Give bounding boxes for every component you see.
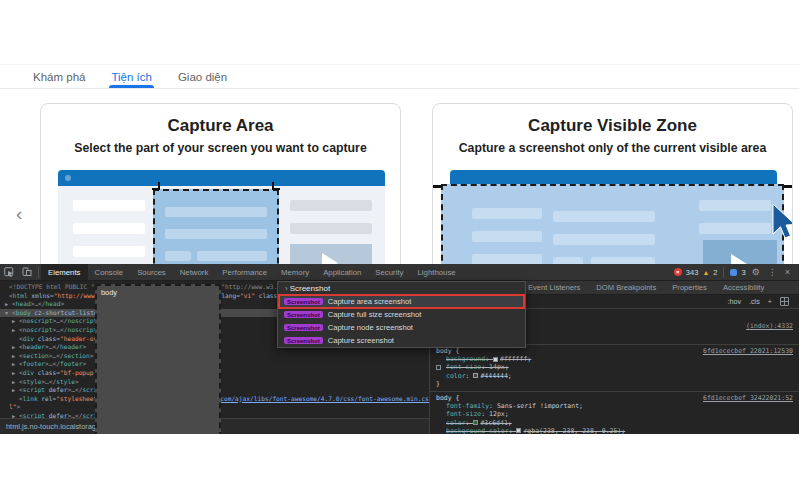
styles-toolbar-items: :hov.cls+ xyxy=(727,297,772,306)
twisty-icon[interactable]: ▶ xyxy=(12,352,19,361)
dom-token: > xyxy=(90,352,94,359)
command-menu-item[interactable]: ScreenshotCapture screenshot xyxy=(278,334,525,347)
error-count[interactable]: 343 xyxy=(686,268,699,277)
command-menu-input[interactable]: › Screenshot xyxy=(278,282,525,295)
styles-toolbar-item[interactable]: + xyxy=(768,297,772,306)
devtools-tab[interactable]: Sources xyxy=(130,264,173,280)
warning-icon[interactable]: ▲ xyxy=(702,269,709,276)
devtools-tab[interactable]: Memory xyxy=(274,264,316,280)
css-property-name: color xyxy=(446,372,466,380)
mock-text-bar xyxy=(290,200,372,211)
command-menu-item[interactable]: ScreenshotCapture node screenshot xyxy=(278,321,525,334)
inspect-element-icon[interactable] xyxy=(0,267,18,277)
error-icon[interactable]: × xyxy=(674,268,682,276)
styles-toolbar-item[interactable]: :hov xyxy=(727,297,741,306)
zone-corner-tick xyxy=(784,185,792,188)
dom-token: noscript xyxy=(23,317,53,324)
css-source-link[interactable]: 6fd1ececbef_22021:12530 xyxy=(703,347,793,355)
color-swatch[interactable] xyxy=(516,428,521,433)
command-prompt-icon: › xyxy=(285,284,288,293)
dom-token: header xyxy=(60,343,82,350)
issues-icon[interactable] xyxy=(730,269,737,276)
issues-count[interactable]: 3 xyxy=(741,268,745,277)
page-tab[interactable]: Khám phá xyxy=(20,65,98,88)
css-property[interactable]: font-size: 14px; xyxy=(436,363,793,371)
sidebar-tab[interactable]: Event Listeners xyxy=(528,283,580,292)
twisty-icon[interactable]: ▼ xyxy=(5,309,12,318)
css-property[interactable]: font-family: Sans-serif !important; xyxy=(436,402,793,410)
command-label: Capture node screenshot xyxy=(328,323,413,332)
twisty-icon[interactable]: ▶ xyxy=(12,317,19,326)
command-menu-item[interactable]: ScreenshotCapture area screenshot xyxy=(278,295,525,308)
category-badge: Screenshot xyxy=(284,324,323,331)
divider xyxy=(723,267,724,278)
dom-token: </ xyxy=(56,352,63,359)
category-badge: Screenshot xyxy=(284,298,323,305)
dom-token: class xyxy=(34,369,56,376)
breadcrumb-item[interactable]: body xyxy=(95,284,221,434)
css-property[interactable]: font-size: 12px; xyxy=(436,410,793,418)
command-label: Capture full size screenshot xyxy=(328,310,422,319)
devtools-tab[interactable]: Application xyxy=(316,264,368,280)
dom-token: header xyxy=(23,343,45,350)
css-selector[interactable]: body { xyxy=(436,347,459,355)
sidebar-tab[interactable]: DOM Breakpoints xyxy=(596,283,656,292)
carousel-prev-button[interactable]: ‹ xyxy=(16,204,22,223)
devtools-tab[interactable]: Console xyxy=(88,264,131,280)
css-property-value: #444444; xyxy=(480,372,511,380)
twisty-icon[interactable]: ▶ xyxy=(12,326,19,335)
devtools-tab[interactable]: Performance xyxy=(215,264,274,280)
devtools-tab[interactable]: Lighthouse xyxy=(410,264,462,280)
devtools-tab[interactable]: Security xyxy=(368,264,410,280)
devtools-panel: ElementsConsoleSourcesNetworkPerformance… xyxy=(0,264,799,434)
page-tab[interactable]: Giao diện xyxy=(165,65,240,88)
css-property-text: font-size: 14px; xyxy=(446,363,509,371)
css-property[interactable]: color: #3c6d41; xyxy=(436,419,793,427)
color-swatch[interactable] xyxy=(473,420,478,425)
color-swatch[interactable] xyxy=(473,373,478,378)
css-property-value: rgba(238, 238, 238, 0.25); xyxy=(523,427,625,434)
css-property-text: background-color: rgba(238, 238, 238, 0.… xyxy=(446,427,625,434)
styles-toolbar-item[interactable]: .cls xyxy=(749,297,760,306)
devtools-tabs: ElementsConsoleSourcesNetworkPerformance… xyxy=(41,264,463,280)
twisty-icon[interactable]: ▶ xyxy=(12,412,19,418)
sidebar-tab[interactable]: Accessibility xyxy=(723,283,764,292)
property-checkbox[interactable] xyxy=(436,365,441,370)
twisty-icon[interactable]: ▶ xyxy=(12,386,19,395)
kebab-menu-icon[interactable]: ⋮ xyxy=(766,268,779,277)
devtools-tab[interactable]: Elements xyxy=(41,264,88,280)
dom-token: > xyxy=(75,378,79,385)
dom-token: xmlns xyxy=(28,292,50,299)
category-badge: Screenshot xyxy=(284,337,323,344)
css-property-value: 12px; xyxy=(489,410,509,418)
twisty-icon[interactable]: ▶ xyxy=(12,378,19,387)
sidebar-tab[interactable]: Properties xyxy=(672,283,707,292)
css-property[interactable]: background-color: rgba(238, 238, 238, 0.… xyxy=(436,427,793,434)
devtools-tab[interactable]: Network xyxy=(173,264,216,280)
css-source-link[interactable]: 6fd1ececbef_32422021:52 xyxy=(703,394,793,402)
twisty-icon[interactable]: ▶ xyxy=(12,343,19,352)
css-source-link[interactable]: (index):4332 xyxy=(746,322,793,330)
command-label: Capture screenshot xyxy=(328,336,394,345)
mock-text-bar xyxy=(553,234,655,245)
settings-gear-icon[interactable]: ⚙ xyxy=(750,268,762,277)
command-menu-item[interactable]: ScreenshotCapture full size screenshot xyxy=(278,308,525,321)
grid-layout-icon[interactable] xyxy=(780,297,789,306)
twisty-icon[interactable]: ▶ xyxy=(5,300,12,309)
dom-token: section xyxy=(64,352,90,359)
close-devtools-icon[interactable]: × xyxy=(783,268,792,277)
mock-text-bar xyxy=(165,229,267,239)
css-property-name: background xyxy=(446,355,485,363)
twisty-icon[interactable]: ▶ xyxy=(12,360,19,369)
color-swatch[interactable] xyxy=(493,357,498,362)
selection-corner-mark xyxy=(152,182,160,190)
twisty-icon[interactable]: ▶ xyxy=(12,369,19,378)
css-selector[interactable]: body { xyxy=(436,394,459,402)
mock-text-bar xyxy=(73,246,145,257)
device-toolbar-icon[interactable] xyxy=(18,267,36,277)
page-tab[interactable]: Tiện ích xyxy=(98,65,164,88)
css-property[interactable]: color: #444444; xyxy=(436,372,793,380)
css-rule: body {6fd1ececbef_22021:12530background:… xyxy=(430,345,799,392)
warning-count[interactable]: 2 xyxy=(713,268,717,277)
css-property-text: color: #444444; xyxy=(446,372,512,380)
